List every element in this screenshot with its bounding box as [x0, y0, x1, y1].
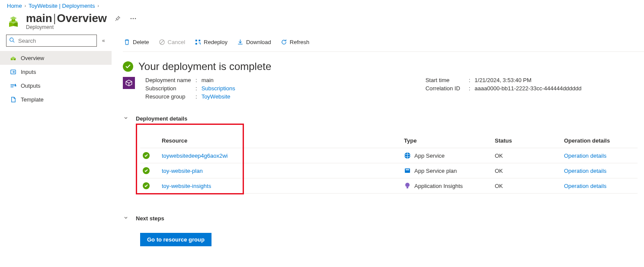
sidebar-item-label: Overview [21, 55, 44, 61]
operation-details-link[interactable]: Operation details [564, 168, 638, 174]
svg-rect-19 [199, 40, 200, 41]
template-icon [10, 96, 16, 103]
package-icon [123, 77, 135, 89]
resource-status: OK [495, 168, 564, 174]
success-dot-icon [143, 167, 150, 174]
inputs-icon [10, 69, 16, 75]
refresh-button[interactable]: Refresh [280, 37, 311, 47]
collapse-sidebar-button[interactable]: « [100, 36, 107, 45]
svg-point-14 [15, 84, 16, 85]
meta-label: Deployment name [145, 77, 194, 83]
svg-point-15 [15, 85, 16, 86]
go-to-resource-group-button[interactable]: Go to resource group [140, 233, 211, 246]
operation-details-link[interactable]: Operation details [564, 183, 638, 189]
col-type: Type [404, 137, 495, 144]
deployment-icon [7, 13, 22, 28]
page-subtitle: Deployment [26, 24, 138, 30]
resource-type: Application Insights [414, 183, 463, 189]
sidebar-item-overview[interactable]: Overview [0, 51, 112, 65]
table-row: toy-website-insights Application Insight… [140, 178, 638, 194]
breadcrumb-deployments[interactable]: ToyWebsite | Deployments [29, 3, 95, 9]
sidebar: « Overview Inputs Outputs [0, 33, 112, 259]
cancel-button: Cancel [158, 37, 186, 47]
sidebar-item-template[interactable]: Template [0, 92, 112, 106]
toolbar-label: Refresh [290, 39, 310, 45]
app-service-icon [404, 152, 411, 159]
table-row: toywebsitedeep4g6aox2wi App Service OK O… [140, 148, 638, 163]
sidebar-item-label: Inputs [21, 69, 36, 75]
deployment-name: main [26, 12, 52, 25]
resource-type: App Service [414, 153, 445, 159]
breadcrumb-home[interactable]: Home [7, 3, 22, 9]
search-input-wrapper[interactable] [6, 35, 97, 47]
pin-button[interactable] [113, 14, 122, 23]
toolbar-label: Redeploy [204, 39, 227, 45]
svg-point-8 [10, 38, 13, 41]
section-title: Deployment details [136, 115, 187, 122]
svg-marker-4 [10, 16, 17, 20]
main-content: Delete Cancel Redeploy Download Refresh [112, 33, 644, 259]
svg-point-5 [131, 18, 132, 19]
meta-label: Start time [426, 77, 467, 83]
meta-value: main [202, 77, 214, 83]
meta-label: Correlation ID [426, 85, 467, 92]
resource-status: OK [495, 183, 564, 189]
toolbar-label: Cancel [168, 39, 185, 45]
svg-line-17 [160, 41, 163, 44]
resource-status: OK [495, 153, 564, 159]
overview-icon [10, 55, 16, 61]
status-message: Your deployment is complete [138, 60, 271, 73]
success-dot-icon [143, 182, 150, 189]
resource-link[interactable]: toywebsitedeep4g6aox2wi [162, 153, 404, 159]
operation-details-link[interactable]: Operation details [564, 153, 638, 159]
chevron-down-icon [123, 115, 129, 122]
section-deployment-details-toggle[interactable]: Deployment details [123, 113, 644, 124]
sidebar-item-label: Outputs [21, 83, 41, 89]
redeploy-button[interactable]: Redeploy [194, 37, 228, 47]
breadcrumb: Home › ToyWebsite | Deployments › [0, 0, 644, 11]
svg-point-6 [133, 18, 134, 19]
delete-button[interactable]: Delete [123, 37, 150, 47]
meta-label: Resource group [145, 93, 194, 100]
sidebar-item-inputs[interactable]: Inputs [0, 65, 112, 79]
meta-value: 1/21/2024, 3:53:40 PM [474, 77, 532, 83]
download-button[interactable]: Download [236, 37, 272, 47]
resource-group-link[interactable]: ToyWebsite [202, 93, 231, 100]
search-icon [9, 37, 15, 44]
search-input[interactable] [17, 37, 94, 44]
success-dot-icon [143, 152, 150, 159]
svg-point-7 [135, 18, 136, 19]
page-header: main|Overview Deployment [0, 11, 644, 33]
col-status: Status [495, 137, 564, 144]
subscription-link[interactable]: Subscriptions [202, 85, 235, 92]
resource-type: App Service plan [414, 168, 457, 174]
deployment-meta: Deployment name: main Subscription: Subs… [123, 76, 644, 101]
page-title: main|Overview [26, 12, 107, 25]
svg-rect-24 [405, 168, 410, 173]
deployment-status: Your deployment is complete [123, 52, 644, 76]
sidebar-item-outputs[interactable]: Outputs [0, 79, 112, 92]
col-resource: Resource [162, 137, 404, 144]
table-header-row: Resource Type Status Operation details [140, 133, 638, 148]
resources-table: Resource Type Status Operation details t… [140, 133, 638, 194]
page-section: Overview [57, 12, 107, 25]
section-title: Next steps [136, 215, 164, 222]
col-operation-details: Operation details [564, 137, 638, 144]
svg-line-9 [13, 41, 14, 42]
svg-rect-27 [407, 187, 408, 188]
svg-rect-25 [406, 169, 409, 170]
success-check-icon [123, 61, 133, 72]
more-button[interactable] [128, 16, 138, 21]
table-row: toy-website-plan App Service plan OK Ope… [140, 163, 638, 178]
section-next-steps-toggle[interactable]: Next steps [123, 213, 644, 224]
svg-rect-20 [195, 43, 197, 44]
chevron-right-icon: › [97, 3, 99, 8]
svg-point-26 [405, 183, 410, 187]
toolbar-label: Delete [133, 39, 149, 45]
meta-value: aaaa0000-bb11-2222-33cc-444444dddddd [474, 85, 581, 92]
resource-link[interactable]: toy-website-insights [162, 183, 404, 189]
toolbar: Delete Cancel Redeploy Download Refresh [123, 33, 644, 52]
svg-rect-18 [195, 40, 197, 41]
meta-label: Subscription [145, 85, 194, 92]
resource-link[interactable]: toy-website-plan [162, 168, 404, 174]
